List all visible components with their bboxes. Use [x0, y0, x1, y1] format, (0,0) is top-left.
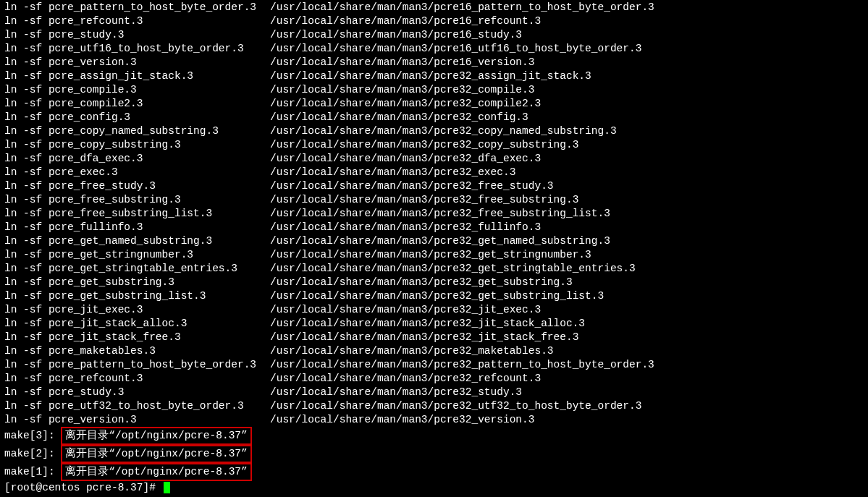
make-leave-block: make[3]: 离开目录“/opt/nginx/pcre-8.37” make…: [4, 427, 864, 481]
ln-target: /usr/local/share/man/man3/pcre16_version…: [270, 56, 534, 68]
ln-command: ln -sf pcre_get_stringnumber.3: [4, 248, 270, 262]
ln-command: ln -sf pcre_jit_stack_free.3: [4, 331, 270, 344]
ln-command: ln -sf pcre_get_named_substring.3: [4, 234, 270, 248]
highlight-box: 离开目录“/opt/nginx/pcre-8.37”: [61, 445, 251, 463]
ln-command: ln -sf pcre_get_stringtable_entries.3: [4, 262, 270, 276]
ln-target: /usr/local/share/man/man3/pcre32_get_sub…: [270, 276, 573, 288]
output-line: ln -sf pcre_jit_stack_alloc.3/usr/local/…: [4, 317, 864, 331]
output-line: ln -sf pcre_copy_named_substring.3/usr/l…: [4, 124, 864, 138]
ln-command: ln -sf pcre_copy_substring.3: [4, 138, 270, 152]
ln-target: /usr/local/share/man/man3/pcre32_utf32_t…: [270, 400, 641, 412]
output-line: ln -sf pcre_free_substring.3/usr/local/s…: [4, 193, 864, 207]
ln-target: /usr/local/share/man/man3/pcre32_maketab…: [270, 345, 554, 357]
output-line: ln -sf pcre_pattern_to_host_byte_order.3…: [4, 1, 864, 14]
output-line: ln -sf pcre_version.3/usr/local/share/ma…: [4, 56, 864, 69]
output-line: ln -sf pcre_pattern_to_host_byte_order.3…: [4, 358, 864, 372]
ln-target: /usr/local/share/man/man3/pcre32_pattern…: [270, 359, 654, 370]
ln-target: /usr/local/share/man/man3/pcre32_version…: [270, 414, 534, 425]
make-prefix: make[2]:: [4, 447, 61, 461]
highlight-box: 离开目录“/opt/nginx/pcre-8.37”: [61, 427, 251, 445]
output-line: ln -sf pcre_maketables.3/usr/local/share…: [4, 344, 864, 358]
ln-command: ln -sf pcre_version.3: [4, 413, 270, 427]
ln-target: /usr/local/share/man/man3/pcre32_get_str…: [270, 249, 591, 260]
ln-target: /usr/local/share/man/man3/pcre32_copy_na…: [270, 125, 617, 137]
ln-command: ln -sf pcre_version.3: [4, 56, 270, 69]
highlight-box: 离开目录“/opt/nginx/pcre-8.37”: [61, 463, 251, 481]
ln-target: /usr/local/share/man/man3/pcre32_dfa_exe…: [270, 153, 541, 164]
ln-command: ln -sf pcre_free_substring_list.3: [4, 207, 270, 221]
ln-command: ln -sf pcre_study.3: [4, 386, 270, 399]
ln-target: /usr/local/share/man/man3/pcre16_study.3: [270, 29, 522, 41]
output-line: ln -sf pcre_exec.3/usr/local/share/man/m…: [4, 166, 864, 179]
output-line: ln -sf pcre_free_study.3/usr/local/share…: [4, 179, 864, 193]
ln-command: ln -sf pcre_study.3: [4, 28, 270, 42]
make-prefix: make[1]:: [4, 465, 61, 479]
make-prefix: make[3]:: [4, 429, 61, 443]
output-line: ln -sf pcre_refcount.3/usr/local/share/m…: [4, 14, 864, 28]
ln-target: /usr/local/share/man/man3/pcre32_study.3: [270, 386, 522, 398]
ln-target: /usr/local/share/man/man3/pcre32_jit_exe…: [270, 304, 541, 315]
output-line: ln -sf pcre_get_stringnumber.3/usr/local…: [4, 248, 864, 262]
ln-target: /usr/local/share/man/man3/pcre32_compile…: [270, 98, 541, 109]
ln-command: ln -sf pcre_get_substring_list.3: [4, 289, 270, 303]
ln-command: ln -sf pcre_compile.3: [4, 83, 270, 97]
ln-command: ln -sf pcre_dfa_exec.3: [4, 152, 270, 166]
output-line: ln -sf pcre_fullinfo.3/usr/local/share/m…: [4, 221, 864, 234]
ln-target: /usr/local/share/man/man3/pcre32_compile…: [270, 84, 534, 95]
ln-target: /usr/local/share/man/man3/pcre32_get_sub…: [270, 290, 604, 302]
output-line: ln -sf pcre_get_stringtable_entries.3/us…: [4, 262, 864, 276]
output-line: ln -sf pcre_refcount.3/usr/local/share/m…: [4, 372, 864, 386]
ln-command: ln -sf pcre_assign_jit_stack.3: [4, 69, 270, 83]
ln-target: /usr/local/share/man/man3/pcre32_config.…: [270, 111, 528, 123]
ln-command: ln -sf pcre_utf16_to_host_byte_order.3: [4, 42, 270, 56]
ln-command: ln -sf pcre_jit_stack_alloc.3: [4, 317, 270, 331]
ln-command: ln -sf pcre_exec.3: [4, 166, 270, 179]
output-line: ln -sf pcre_get_substring_list.3/usr/loc…: [4, 289, 864, 303]
output-line: ln -sf pcre_version.3/usr/local/share/ma…: [4, 413, 864, 427]
ln-target: /usr/local/share/man/man3/pcre32_jit_sta…: [270, 318, 585, 329]
output-line: ln -sf pcre_utf32_to_host_byte_order.3/u…: [4, 399, 864, 413]
cursor-icon: [164, 482, 170, 493]
ln-target: /usr/local/share/man/man3/pcre16_utf16_t…: [270, 43, 641, 54]
shell-prompt: [root@centos pcre-8.37]#: [4, 481, 162, 495]
ln-target: /usr/local/share/man/man3/pcre16_refcoun…: [270, 15, 541, 27]
ln-target: /usr/local/share/man/man3/pcre32_jit_sta…: [270, 331, 578, 343]
ln-command: ln -sf pcre_pattern_to_host_byte_order.3: [4, 358, 270, 372]
prompt-line[interactable]: [root@centos pcre-8.37]#: [4, 481, 864, 495]
ln-target: /usr/local/share/man/man3/pcre32_free_st…: [270, 180, 554, 192]
output-line: ln -sf pcre_assign_jit_stack.3/usr/local…: [4, 69, 864, 83]
ln-command: ln -sf pcre_free_study.3: [4, 179, 270, 193]
ln-command: ln -sf pcre_pattern_to_host_byte_order.3: [4, 1, 270, 14]
ln-command: ln -sf pcre_refcount.3: [4, 372, 270, 386]
ln-command: ln -sf pcre_refcount.3: [4, 14, 270, 28]
output-line: ln -sf pcre_jit_stack_free.3/usr/local/s…: [4, 331, 864, 344]
output-line: ln -sf pcre_compile.3/usr/local/share/ma…: [4, 83, 864, 97]
ln-command: ln -sf pcre_jit_exec.3: [4, 303, 270, 317]
ln-target: /usr/local/share/man/man3/pcre32_exec.3: [270, 166, 515, 178]
ln-target: /usr/local/share/man/man3/pcre32_copy_su…: [270, 139, 578, 150]
ln-command: ln -sf pcre_config.3: [4, 111, 270, 124]
ln-command: ln -sf pcre_maketables.3: [4, 344, 270, 358]
terminal-output: ln -sf pcre_pattern_to_host_byte_order.3…: [4, 1, 864, 427]
ln-target: /usr/local/share/man/man3/pcre16_pattern…: [270, 1, 654, 13]
ln-command: ln -sf pcre_free_substring.3: [4, 193, 270, 207]
output-line: ln -sf pcre_copy_substring.3/usr/local/s…: [4, 138, 864, 152]
output-line: ln -sf pcre_utf16_to_host_byte_order.3/u…: [4, 42, 864, 56]
ln-target: /usr/local/share/man/man3/pcre32_fullinf…: [270, 221, 541, 233]
ln-target: /usr/local/share/man/man3/pcre32_free_su…: [270, 208, 610, 219]
output-line: ln -sf pcre_get_substring.3/usr/local/sh…: [4, 276, 864, 289]
output-line: ln -sf pcre_get_named_substring.3/usr/lo…: [4, 234, 864, 248]
output-line: ln -sf pcre_compile2.3/usr/local/share/m…: [4, 97, 864, 111]
ln-target: /usr/local/share/man/man3/pcre32_get_str…: [270, 263, 636, 274]
output-line: ln -sf pcre_study.3/usr/local/share/man/…: [4, 28, 864, 42]
ln-command: ln -sf pcre_get_substring.3: [4, 276, 270, 289]
ln-target: /usr/local/share/man/man3/pcre32_get_nam…: [270, 235, 610, 247]
output-line: ln -sf pcre_config.3/usr/local/share/man…: [4, 111, 864, 124]
ln-command: ln -sf pcre_copy_named_substring.3: [4, 124, 270, 138]
ln-command: ln -sf pcre_fullinfo.3: [4, 221, 270, 234]
ln-target: /usr/local/share/man/man3/pcre32_assign_…: [270, 70, 591, 82]
ln-target: /usr/local/share/man/man3/pcre32_refcoun…: [270, 373, 541, 384]
output-line: ln -sf pcre_study.3/usr/local/share/man/…: [4, 386, 864, 399]
ln-command: ln -sf pcre_compile2.3: [4, 97, 270, 111]
ln-command: ln -sf pcre_utf32_to_host_byte_order.3: [4, 399, 270, 413]
